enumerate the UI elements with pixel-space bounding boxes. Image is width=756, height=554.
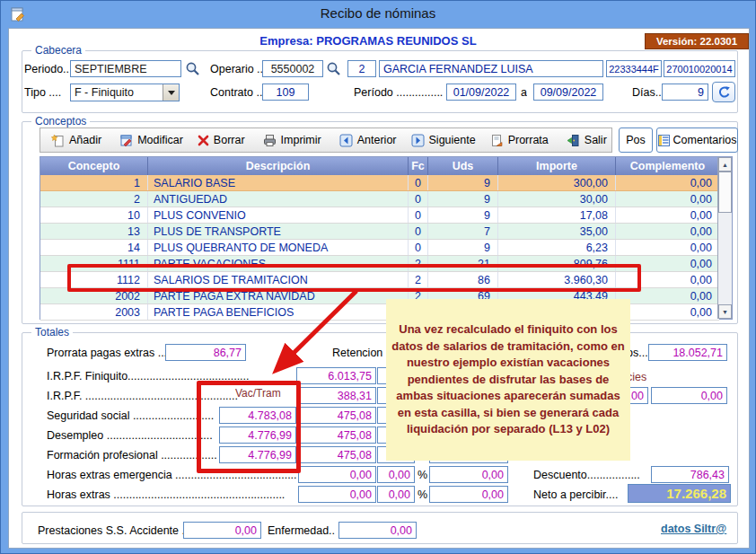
conceptos-table: Concepto Descripción Fc Uds Importe Comp… [40, 156, 733, 320]
table-row[interactable]: 1 SALARIO BASE 0 9 300,00 0,00 [40, 175, 719, 191]
modificar-button[interactable]: Modificar [112, 129, 190, 151]
desempleo-vactram-field[interactable]: 4.776,99 [219, 426, 296, 444]
cell-complemento: 0,00 [616, 272, 719, 287]
dias-field[interactable]: 9 [662, 84, 708, 101]
fecha-desde-field[interactable]: 01/09/2022 [446, 84, 516, 101]
anadir-button[interactable]: Añadir [44, 129, 109, 151]
annotation-note: Una vez recalculado el finiquito con los… [386, 299, 630, 461]
datos-siltra-link[interactable]: datos Siltr@ [661, 523, 726, 535]
horas-extras-pct-field[interactable]: 0,00 [377, 486, 415, 503]
devengos-field[interactable]: 18.052,71 [648, 344, 727, 361]
cell-importe: 809,76 [498, 256, 616, 271]
table-row[interactable]: 13 PLUS DE TRANSPORTE 0 7 35,00 0,00 [40, 224, 719, 240]
anterior-label: Anterior [357, 134, 397, 146]
siguiente-button[interactable]: Siguiente [404, 129, 483, 151]
operario-seq-field[interactable]: 2 [347, 60, 376, 77]
table-row[interactable]: 2 ANTIGUEDAD 0 9 30,00 0,00 [40, 191, 719, 207]
contrato-field[interactable]: 109 [262, 84, 309, 101]
window-form-icon [10, 6, 26, 22]
tipo-dropdown-button[interactable] [163, 84, 179, 101]
header-complemento[interactable]: Complemento [616, 157, 719, 175]
anterior-icon [339, 134, 353, 147]
cell-uds: 9 [428, 207, 498, 223]
scroll-thumb[interactable] [718, 171, 732, 213]
scroll-down-button[interactable]: ▼ [718, 304, 732, 319]
enfermedad-field[interactable]: 0,00 [338, 522, 417, 539]
cell-descripcion: PARTE PAGA BENEFICIOS [148, 304, 409, 320]
prorrata-label: Prorrata pagas extras .... [47, 347, 171, 359]
horas-emergencia-pct-field[interactable]: 0,00 [377, 466, 415, 483]
nif-field[interactable]: 22333444F [606, 60, 662, 77]
table-row[interactable]: 1111 PARTE VACACIONES 2 21 809,76 0,00 [40, 256, 719, 272]
operario-search-icon[interactable] [326, 61, 341, 76]
tipo-dropdown[interactable]: F - Finiquito [70, 84, 180, 101]
borrar-button[interactable]: Borrar [190, 129, 252, 151]
imprimir-button[interactable]: Imprimir [256, 129, 329, 151]
horas-extras-pct-sign: % [418, 488, 427, 501]
cell-complemento: 0,00 [616, 207, 719, 223]
operario-label: Operario .. [210, 63, 263, 75]
prorrata-field[interactable]: 86,77 [165, 344, 246, 361]
irpf-finiquito-field[interactable]: 6.013,75 [296, 367, 376, 384]
horas-extras-importe-field[interactable]: 0,00 [429, 486, 508, 503]
cell-fc: 0 [409, 240, 428, 255]
seguridad-social-vactram-field[interactable]: 4.783,08 [219, 407, 296, 424]
scroll-up-button[interactable]: ▲ [718, 157, 732, 171]
cell-fc: 2 [409, 272, 428, 287]
vac-tram-label: Vac/Tram [235, 387, 281, 400]
anadir-icon [51, 134, 65, 147]
cell-uds: 7 [428, 224, 498, 239]
descuento-label: Descuento................. [533, 469, 640, 481]
header-importe[interactable]: Importe [498, 157, 616, 175]
header-fc[interactable]: Fc [409, 157, 428, 175]
cell-uds: 21 [428, 256, 498, 271]
cell-complemento: 0,00 [616, 224, 719, 239]
cell-complemento: 0,00 [616, 191, 719, 207]
periodo-search-icon[interactable] [185, 61, 200, 76]
main-panel: Empresa: PROGRAMAS REUNIDOS SL Versión: … [8, 28, 750, 549]
salir-button[interactable]: Salir [559, 129, 614, 151]
horas-emergencia-importe-field[interactable]: 0,00 [429, 466, 508, 483]
operario-code-input[interactable]: 5550002 [262, 60, 323, 77]
cell-fc: 0 [409, 207, 428, 223]
recalc-button[interactable] [712, 82, 735, 102]
cell-complemento: 0,00 [616, 240, 719, 255]
fecha-hasta-field[interactable]: 09/09/2022 [533, 84, 603, 101]
cell-fc: 0 [409, 175, 428, 190]
header-descripcion[interactable]: Descripción [148, 157, 409, 175]
horas-emergencia-base-field[interactable]: 0,00 [298, 466, 376, 483]
table-row[interactable]: 10 PLUS CONVENIO 0 9 17,08 0,00 [40, 207, 719, 224]
table-row[interactable]: 1112 SALARIOS DE TRAMITACION 2 86 3.960,… [40, 272, 719, 288]
cell-concepto: 14 [40, 240, 148, 255]
modificar-label: Modificar [137, 134, 183, 146]
header-uds[interactable]: Uds [428, 157, 498, 175]
especies-field-2[interactable]: 0,00 [651, 387, 727, 404]
irpf-field[interactable]: 388,31 [296, 387, 376, 404]
annotation-text: Una vez recalculado el finiquito con los… [391, 321, 626, 437]
prorrata-button[interactable]: Prorrata [483, 129, 556, 151]
table-row[interactable]: 14 PLUS QUEBRANTO DE MONEDA 0 9 6,23 0,0… [40, 240, 719, 256]
comentarios-button[interactable]: Comentarios [656, 128, 738, 153]
cell-complemento: 0,00 [616, 304, 719, 320]
cell-descripcion: PARTE VACACIONES [148, 256, 409, 271]
cell-concepto: 2 [40, 191, 148, 207]
formacion-vactram-field[interactable]: 4.776,99 [219, 446, 296, 463]
table-scrollbar[interactable]: ▲ ▼ [717, 157, 732, 319]
horas-extras-base-field[interactable]: 0,00 [298, 486, 376, 503]
descuento-field[interactable]: 786,43 [651, 466, 729, 483]
anterior-button[interactable]: Anterior [332, 129, 404, 151]
fechas-label: Período ............... [354, 86, 443, 99]
header-concepto[interactable]: Concepto [40, 157, 148, 175]
pos-button[interactable]: Pos [619, 128, 653, 153]
naf-field[interactable]: 270010020014 [664, 60, 735, 77]
desempleo-base-field[interactable]: 475,08 [298, 426, 376, 444]
retenciones-label: Retencion [332, 347, 382, 359]
formacion-base-field[interactable]: 475,08 [298, 446, 376, 463]
cell-concepto: 1 [40, 175, 148, 190]
cell-concepto: 10 [40, 207, 148, 223]
operario-name-field[interactable]: GARCIA FERNANDEZ LUISA [379, 60, 603, 77]
seguridad-social-base-field[interactable]: 475,08 [298, 407, 376, 424]
prestaciones-field[interactable]: 0,00 [183, 522, 261, 539]
horas-extras-label: Horas extras ...........................… [47, 488, 296, 501]
periodo-input[interactable]: SEPTIEMBRE [70, 60, 181, 77]
